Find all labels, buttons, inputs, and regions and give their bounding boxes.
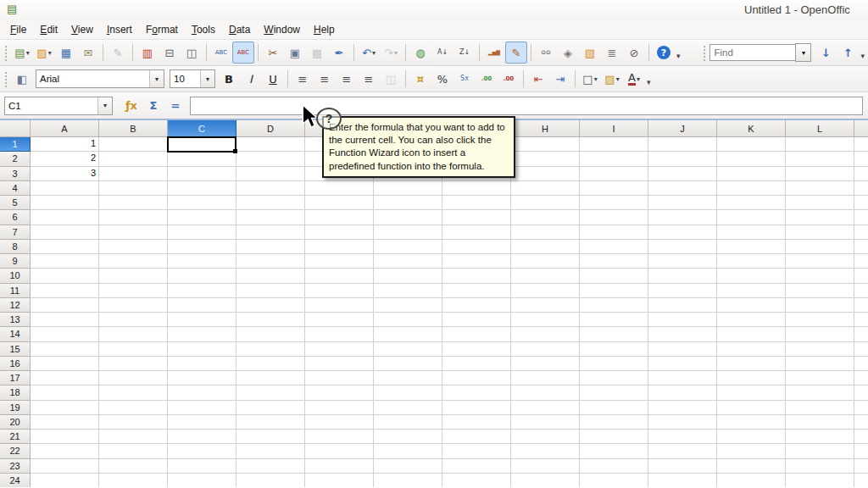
- cell-I18[interactable]: [580, 385, 648, 400]
- underline-button[interactable]: U: [262, 68, 284, 90]
- cell-K1[interactable]: [717, 137, 786, 152]
- row-header-19[interactable]: 19: [0, 401, 31, 415]
- cell-K8[interactable]: [717, 240, 786, 254]
- open-icon-caret[interactable]: ▾: [48, 49, 52, 57]
- cell-D17[interactable]: [236, 371, 305, 385]
- cell-H23[interactable]: [511, 459, 580, 474]
- cell-A14[interactable]: [31, 327, 99, 341]
- cell-J7[interactable]: [648, 225, 717, 240]
- column-header-I[interactable]: I: [580, 120, 648, 137]
- column-header-A[interactable]: A: [31, 120, 99, 137]
- cell-F14[interactable]: [374, 327, 442, 341]
- navigator-icon[interactable]: ◈: [557, 42, 579, 64]
- cell-I7[interactable]: [580, 225, 648, 240]
- cell-G12[interactable]: [442, 298, 511, 313]
- cell-I11[interactable]: [580, 284, 648, 298]
- cell-B23[interactable]: [99, 459, 168, 474]
- cell-H12[interactable]: [511, 298, 580, 313]
- cell-K16[interactable]: [717, 357, 786, 371]
- toolbar-grip[interactable]: [3, 70, 8, 87]
- format-paintbrush-icon[interactable]: ✒: [328, 42, 350, 64]
- find-replace-icon[interactable]: ⊙⊙: [535, 42, 557, 64]
- cell-L18[interactable]: [786, 385, 854, 400]
- row-header-23[interactable]: 23: [0, 459, 31, 474]
- chevron-down-icon[interactable]: ▾: [97, 97, 112, 114]
- background-color-icon-caret[interactable]: ▾: [616, 75, 620, 83]
- cell-J14[interactable]: [648, 327, 717, 341]
- standard-toolbar-overflow-caret[interactable]: ▾: [676, 52, 681, 60]
- cell-C1[interactable]: [168, 137, 236, 152]
- draw-functions-icon[interactable]: ✎: [505, 42, 527, 64]
- cell-E18[interactable]: [305, 385, 374, 400]
- cell-J4[interactable]: [648, 181, 717, 196]
- cell-A24[interactable]: [31, 474, 99, 487]
- row-header-24[interactable]: 24: [0, 474, 31, 487]
- copy-icon[interactable]: ▣: [284, 42, 306, 64]
- cell-B12[interactable]: [99, 298, 168, 313]
- cell-E23[interactable]: [305, 459, 374, 474]
- cell-B6[interactable]: [99, 210, 168, 225]
- cell-B22[interactable]: [99, 444, 168, 458]
- cell-H3[interactable]: [511, 167, 580, 181]
- cell-I6[interactable]: [580, 210, 648, 225]
- cell-B24[interactable]: [99, 474, 168, 487]
- cell-J16[interactable]: [648, 357, 717, 371]
- cell-C12[interactable]: [168, 298, 236, 313]
- cell-C7[interactable]: [168, 225, 236, 240]
- cell-H21[interactable]: [511, 430, 580, 444]
- cell-L16[interactable]: [786, 357, 854, 371]
- cell-I16[interactable]: [580, 357, 648, 371]
- add-decimal-icon[interactable]: .00: [476, 68, 498, 90]
- cell-I4[interactable]: [580, 181, 648, 196]
- gallery-icon[interactable]: ▧: [579, 42, 601, 64]
- chevron-down-icon[interactable]: ▾: [200, 70, 214, 87]
- cell-L7[interactable]: [786, 225, 854, 240]
- cell-L15[interactable]: [786, 342, 854, 357]
- cell-J11[interactable]: [648, 284, 717, 298]
- cell-I21[interactable]: [580, 430, 648, 444]
- cell-partial[interactable]: [854, 152, 868, 166]
- cell-B9[interactable]: [99, 254, 168, 269]
- cell-J20[interactable]: [648, 415, 717, 430]
- menu-file[interactable]: File: [3, 22, 33, 37]
- cell-L10[interactable]: [786, 269, 854, 283]
- row-header-21[interactable]: 21: [0, 430, 31, 444]
- cell-F4[interactable]: [374, 181, 442, 196]
- cell-D3[interactable]: [236, 167, 305, 181]
- cell-L17[interactable]: [786, 371, 854, 385]
- cell-D19[interactable]: [236, 401, 305, 415]
- cell-F13[interactable]: [374, 313, 442, 327]
- cell-F21[interactable]: [374, 430, 442, 444]
- cell-H20[interactable]: [511, 415, 580, 430]
- font-name-combo[interactable]: Arial ▾: [36, 69, 164, 88]
- cell-J17[interactable]: [648, 371, 717, 385]
- cell-G17[interactable]: [442, 371, 511, 385]
- cell-G14[interactable]: [442, 327, 511, 341]
- align-justified-icon[interactable]: ≡: [358, 68, 380, 90]
- cell-C6[interactable]: [168, 210, 236, 225]
- cell-L14[interactable]: [786, 327, 854, 341]
- decrease-indent-icon[interactable]: ⇤: [527, 68, 549, 90]
- row-header-11[interactable]: 11: [0, 284, 31, 298]
- cell-E22[interactable]: [305, 444, 374, 458]
- data-sources-icon[interactable]: ≣: [601, 42, 623, 64]
- cell-L8[interactable]: [786, 240, 854, 254]
- sort-descending-icon[interactable]: Z↓: [453, 42, 476, 64]
- cell-A6[interactable]: [31, 210, 99, 225]
- cell-D20[interactable]: [236, 415, 305, 430]
- cell-H14[interactable]: [511, 327, 580, 341]
- cell-G11[interactable]: [442, 284, 511, 298]
- cell-J1[interactable]: [648, 137, 717, 152]
- cell-H18[interactable]: [511, 385, 580, 400]
- cell-K23[interactable]: [717, 459, 786, 474]
- cell-E14[interactable]: [305, 327, 374, 341]
- cell-A15[interactable]: [31, 342, 99, 357]
- cell-I9[interactable]: [580, 254, 648, 269]
- cell-B19[interactable]: [99, 401, 168, 415]
- cell-F24[interactable]: [374, 474, 442, 487]
- row-header-20[interactable]: 20: [0, 415, 31, 430]
- cell-partial[interactable]: [854, 444, 868, 458]
- cell-partial[interactable]: [854, 459, 868, 474]
- select-all-corner[interactable]: [0, 120, 31, 137]
- cell-F17[interactable]: [374, 371, 442, 385]
